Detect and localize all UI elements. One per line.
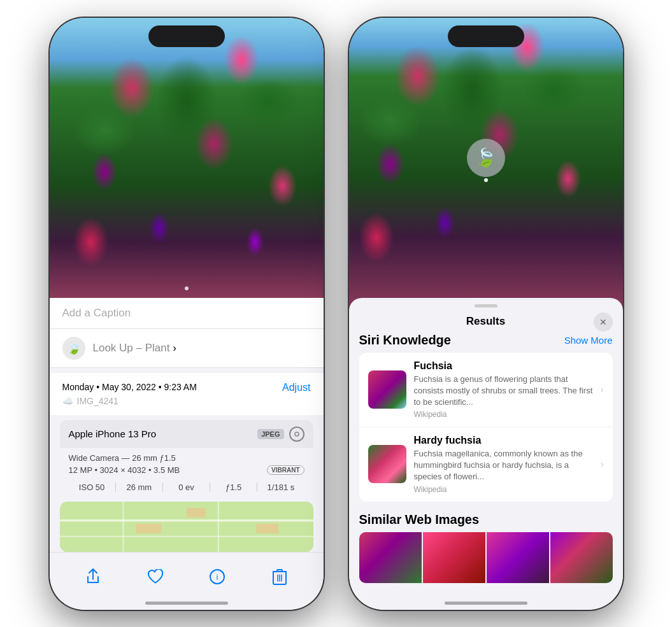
share-button[interactable] (79, 563, 107, 591)
device-row: Apple iPhone 13 Pro JPEG (60, 420, 313, 448)
lens-icon (289, 426, 304, 442)
similar-section: Similar Web Images (349, 507, 623, 583)
delete-button[interactable] (266, 563, 294, 591)
similar-img-3[interactable] (487, 532, 549, 583)
ev: 0 ev (163, 483, 210, 492)
caption-area[interactable]: Add a Caption (50, 298, 324, 329)
map-section[interactable] (60, 502, 313, 551)
fuchsia-result[interactable]: Fuchsia Fuchsia is a genus of flowering … (359, 353, 613, 428)
date-text: Monday • May 30, 2022 • 9:23 AM (62, 382, 197, 392)
fuchsia-source: Wikipedia (414, 410, 593, 419)
specs: 12 MP • 3024 × 4032 • 3.5 MB (69, 465, 180, 475)
filename-row: ☁️ IMG_4241 (62, 396, 311, 406)
device-section: Apple iPhone 13 Pro JPEG Wide Camera — 2… (60, 420, 313, 497)
siri-header: Siri Knowledge Show More (359, 333, 613, 348)
wide-camera: Wide Camera — 26 mm ƒ1.5 (69, 453, 304, 463)
right-phone: 🍃 Results ✕ Siri Knowledge Show More (349, 18, 623, 610)
hardy-thumbnail (368, 445, 406, 483)
info-button[interactable]: i (203, 563, 231, 591)
fuchsia-thumbnail (368, 370, 406, 409)
lookup-icon: 🍃 (62, 337, 85, 360)
hardy-source: Wikipedia (414, 485, 593, 494)
dynamic-island (148, 25, 225, 47)
photo-area[interactable] (50, 18, 324, 298)
mp-row: 12 MP • 3024 × 4032 • 3.5 MB VIBRANT (69, 465, 304, 475)
dynamic-island-right (448, 25, 524, 47)
fuchsia-name: Fuchsia (414, 360, 593, 372)
favorite-button[interactable] (141, 563, 169, 591)
siri-knowledge-title: Siri Knowledge (359, 333, 451, 348)
left-phone: Add a Caption 🍃 Look Up – Plant › Monday… (50, 18, 324, 610)
close-button[interactable]: ✕ (594, 313, 613, 332)
fuchsia-chevron: › (601, 384, 604, 395)
svg-text:i: i (217, 572, 218, 582)
svg-point-0 (295, 432, 299, 436)
similar-img-4[interactable] (550, 532, 613, 583)
device-name: Apple iPhone 13 Pro (69, 428, 157, 439)
similar-img-2[interactable] (423, 532, 485, 583)
home-indicator-right (445, 602, 527, 605)
date-row: Monday • May 30, 2022 • 9:23 AM Adjust (62, 382, 311, 393)
sheet-header: Results ✕ (349, 307, 623, 333)
exif-row: ISO 50 26 mm 0 ev ƒ1.5 1/181 s (60, 477, 313, 497)
visual-lookup-badge[interactable]: 🍃 (467, 139, 505, 177)
page-dot (185, 286, 189, 290)
vibrant-badge: VIBRANT (267, 465, 304, 475)
lookup-label[interactable]: Look Up – Plant › (93, 342, 176, 355)
lookup-row[interactable]: 🍃 Look Up – Plant › (50, 329, 324, 368)
fuchsia-content: Fuchsia Fuchsia is a genus of flowering … (414, 360, 593, 419)
adjust-button[interactable]: Adjust (282, 382, 310, 393)
hardy-name: Hardy fuchsia (414, 435, 593, 446)
flower-photo (50, 18, 324, 298)
filename: IMG_4241 (77, 396, 118, 406)
iso: ISO 50 (69, 483, 115, 492)
focal-length: 26 mm (116, 483, 162, 492)
results-sheet: Results ✕ Siri Knowledge Show More Fuchs… (349, 298, 623, 610)
siri-knowledge-section: Siri Knowledge Show More Fuchsia Fuchsia… (349, 333, 623, 507)
jpeg-badge: JPEG (257, 429, 283, 439)
similar-img-1[interactable] (359, 532, 422, 583)
badge-row: JPEG (257, 426, 304, 442)
caption-placeholder[interactable]: Add a Caption (62, 307, 131, 319)
info-section: Monday • May 30, 2022 • 9:23 AM Adjust ☁… (50, 373, 324, 415)
hardy-chevron: › (601, 459, 604, 469)
hardy-content: Hardy fuchsia Fuchsia magellanica, commo… (414, 435, 593, 494)
similar-images (359, 532, 613, 583)
hardy-desc: Fuchsia magellanica, commonly known as t… (414, 448, 593, 483)
right-photo-area: 🍃 (349, 18, 623, 311)
hardy-fuchsia-result[interactable]: Hardy fuchsia Fuchsia magellanica, commo… (359, 427, 613, 502)
result-card: Fuchsia Fuchsia is a genus of flowering … (359, 353, 613, 502)
fuchsia-desc: Fuchsia is a genus of flowering plants t… (414, 374, 593, 409)
home-indicator (145, 602, 228, 605)
results-title: Results (466, 315, 505, 328)
visual-lookup-dot (484, 178, 488, 182)
svg-rect-6 (136, 524, 161, 533)
aperture: ƒ1.5 (210, 483, 257, 492)
show-more-button[interactable]: Show More (564, 335, 613, 346)
cloud-icon: ☁️ (62, 396, 73, 406)
svg-rect-7 (187, 508, 206, 518)
similar-title: Similar Web Images (359, 512, 613, 527)
camera-details: Wide Camera — 26 mm ƒ1.5 12 MP • 3024 × … (60, 448, 313, 477)
svg-rect-8 (256, 524, 278, 533)
shutter: 1/181 s (257, 483, 304, 492)
leaf-icon: 🍃 (67, 341, 81, 355)
